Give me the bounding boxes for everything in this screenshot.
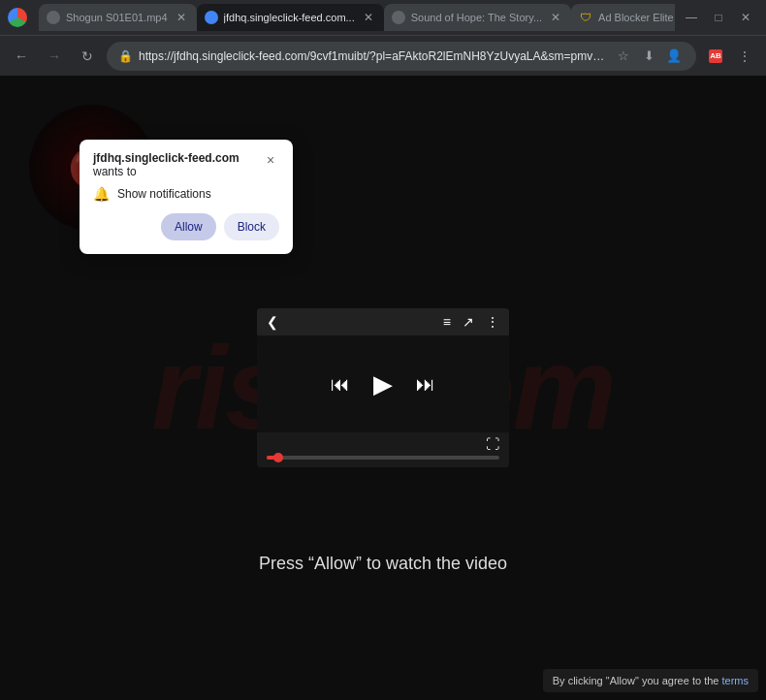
- block-button[interactable]: Block: [224, 213, 279, 240]
- popup-title-block: jfdhq.singleclick-feed.com wants to: [93, 151, 239, 178]
- maximize-button[interactable]: □: [706, 5, 731, 30]
- video-top-bar: ❮ ≡ ↗ ⋮: [257, 308, 509, 335]
- page-content: risa.com 🔴 ❮ ≡ ↗ ⋮ ⏮ ▶ ⏭: [0, 76, 766, 700]
- popup-domain: jfdhq.singleclick-feed.com: [93, 151, 239, 165]
- tab3-label: Sound of Hope: The Story...: [411, 12, 542, 23]
- video-top-icons: ≡ ↗ ⋮: [443, 314, 499, 330]
- video-chevron-button[interactable]: ❮: [267, 314, 278, 330]
- address-bar[interactable]: 🔒 https://jfdhq.singleclick-feed.com/9cv…: [107, 42, 696, 71]
- popup-buttons: Allow Block: [93, 213, 279, 240]
- adblocker-ext-icon: AB: [709, 49, 722, 63]
- tab-adblocker[interactable]: 🛡 Ad Blocker Elite ✕: [571, 4, 675, 31]
- tab2-favicon: [205, 11, 218, 24]
- bottom-notice: By clicking "Allow" you agree to the ter…: [543, 669, 758, 692]
- reload-button[interactable]: ↻: [74, 43, 101, 70]
- tab-sound-of-hope[interactable]: Sound of Hope: The Story... ✕: [384, 4, 571, 31]
- title-bar: Shogun S01E01.mp4 ✕ jfdhq.singleclick-fe…: [0, 0, 766, 35]
- popup-bell-label: Show notifications: [117, 187, 211, 201]
- tab4-label: Ad Blocker Elite: [598, 12, 674, 23]
- more-menu-button[interactable]: ⋮: [731, 43, 758, 70]
- tab2-close[interactable]: ✕: [361, 10, 376, 25]
- tab3-favicon: [392, 11, 405, 24]
- minimize-button[interactable]: —: [679, 5, 704, 30]
- tab3-close[interactable]: ✕: [548, 10, 563, 25]
- toolbar-icons: AB ⋮: [702, 43, 758, 70]
- tab-shogun[interactable]: Shogun S01E01.mp4 ✕: [39, 4, 197, 31]
- download-icon[interactable]: ⬇: [638, 46, 659, 67]
- bell-icon: 🔔: [93, 186, 110, 202]
- back-button[interactable]: ←: [8, 43, 35, 70]
- address-text: https://jfdhq.singleclick-feed.com/9cvf1…: [139, 49, 607, 63]
- video-main: ⏮ ▶ ⏭: [257, 335, 509, 432]
- window-controls: — □ ✕: [679, 5, 758, 30]
- address-bar-row: ← → ↻ 🔒 https://jfdhq.singleclick-feed.c…: [0, 35, 766, 76]
- address-icons: ☆ ⬇ 👤: [613, 46, 685, 67]
- bottom-notice-text: By clicking "Allow" you agree to the: [553, 675, 722, 686]
- title-bar-left: [8, 8, 31, 27]
- browser-icon: [8, 8, 27, 27]
- tab2-label: jfdhq.singleclick-feed.com...: [224, 12, 355, 23]
- forward-button[interactable]: →: [41, 43, 68, 70]
- terms-link[interactable]: terms: [722, 675, 750, 686]
- video-bottom: ⛶: [257, 432, 509, 467]
- tab1-label: Shogun S01E01.mp4: [66, 12, 168, 23]
- video-share-icon[interactable]: ↗: [463, 314, 474, 330]
- video-more-icon[interactable]: ⋮: [486, 314, 499, 330]
- video-player: ❮ ≡ ↗ ⋮ ⏮ ▶ ⏭ ⛶: [257, 308, 509, 467]
- tab1-close[interactable]: ✕: [174, 10, 189, 25]
- popup-close-button[interactable]: ×: [262, 151, 279, 169]
- video-prev-button[interactable]: ⏮: [331, 373, 350, 396]
- tab4-favicon: 🛡: [579, 11, 592, 24]
- video-play-button[interactable]: ▶: [373, 369, 393, 399]
- popup-header: jfdhq.singleclick-feed.com wants to ×: [93, 151, 279, 178]
- extensions-icon[interactable]: AB: [702, 43, 729, 70]
- fullscreen-button[interactable]: ⛶: [486, 436, 499, 452]
- close-button[interactable]: ✕: [733, 5, 758, 30]
- profile-icon[interactable]: 👤: [663, 46, 685, 67]
- tabs-bar: Shogun S01E01.mp4 ✕ jfdhq.singleclick-fe…: [35, 4, 675, 31]
- tab1-favicon: [47, 11, 60, 24]
- tab-jfdhq[interactable]: jfdhq.singleclick-feed.com... ✕: [197, 4, 384, 31]
- popup-wants-to: wants to: [93, 165, 239, 178]
- video-progress-dot: [273, 453, 283, 462]
- video-next-button[interactable]: ⏭: [416, 373, 435, 396]
- browser-frame: Shogun S01E01.mp4 ✕ jfdhq.singleclick-fe…: [0, 0, 766, 700]
- bookmark-icon[interactable]: ☆: [613, 46, 634, 67]
- allow-button[interactable]: Allow: [161, 213, 216, 240]
- video-playlist-icon[interactable]: ≡: [443, 314, 451, 330]
- lock-icon: 🔒: [118, 49, 133, 63]
- prompt-text: Press “Allow” to watch the video: [259, 554, 507, 574]
- popup-notification-row: 🔔 Show notifications: [93, 186, 279, 202]
- video-progress-bar[interactable]: [267, 456, 499, 460]
- fullscreen-row: ⛶: [267, 436, 499, 452]
- notification-popup: jfdhq.singleclick-feed.com wants to × 🔔 …: [80, 140, 293, 254]
